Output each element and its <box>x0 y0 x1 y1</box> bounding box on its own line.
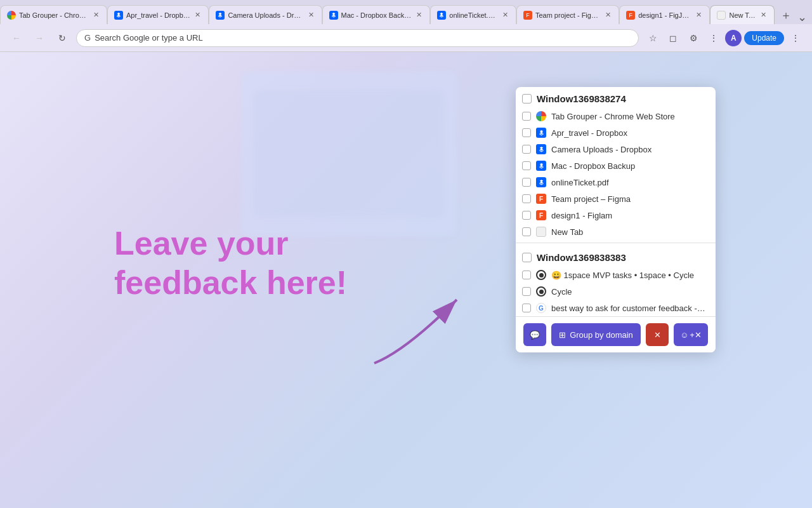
tab-tab2[interactable]: Apr_travel - Dropbox ✕ <box>107 5 209 24</box>
add-button[interactable]: ☺ +✕ <box>674 323 708 346</box>
browser-shell: Tab Grouper - Chrome ✕ Apr_travel - Drop… <box>0 0 812 508</box>
tab-close-tab1[interactable]: ✕ <box>92 10 100 20</box>
checkbox-w1-1[interactable] <box>522 128 531 137</box>
favicon-w1-7 <box>536 227 546 237</box>
window2-header: Window1369838383 <box>516 246 716 267</box>
tab-item-w2-0[interactable]: 😀 1space MVP tasks • 1space • Cycle <box>516 267 716 283</box>
tab-close-tab4[interactable]: ✕ <box>415 10 423 20</box>
feedback-line2: feedback here! <box>114 263 347 302</box>
popup-panel: Window1369838274 Tab Grouper - Chrome We… <box>516 87 716 352</box>
tab-item-w1-4[interactable]: onlineTicket.pdf <box>516 174 716 190</box>
tab-close-tab7[interactable]: ✕ <box>695 10 703 20</box>
add-icon: ☺ <box>680 330 688 340</box>
user-avatar[interactable]: A <box>725 30 742 46</box>
tab-tab3[interactable]: Camera Uploads - Dro... ✕ <box>209 5 322 24</box>
checkbox-w1-7[interactable] <box>522 227 531 236</box>
checkbox-w1-2[interactable] <box>522 145 531 154</box>
tab-favicon-tab2 <box>114 11 123 20</box>
toolbar-icons: ☆ ◻ ⚙ ⋮ A Update ⋮ <box>644 29 804 47</box>
tab-title-tab3: Camera Uploads - Dro... <box>228 11 303 19</box>
profile-icon[interactable]: ◻ <box>664 29 682 47</box>
action-bar: 💬 ⊞ Group by domain ✕ ☺ +✕ <box>516 316 716 352</box>
label-w2-1: Cycle <box>551 287 707 297</box>
reload-button[interactable]: ↻ <box>53 29 71 47</box>
tab-title-tab1: Tab Grouper - Chrome <box>19 11 89 19</box>
label-w1-7: New Tab <box>551 227 707 237</box>
forward-button[interactable]: → <box>30 29 48 47</box>
tab-favicon-tab1 <box>7 11 16 20</box>
more-icon[interactable]: ⋮ <box>705 29 723 47</box>
update-button[interactable]: Update <box>744 31 784 45</box>
tab-item-w1-7[interactable]: New Tab <box>516 224 716 240</box>
checkbox-w1-3[interactable] <box>522 161 531 170</box>
tab-item-w1-1[interactable]: Apr_travel - Dropbox <box>516 124 716 141</box>
chat-button[interactable]: 💬 <box>523 323 546 346</box>
tab-close-tab8[interactable]: ✕ <box>759 10 768 20</box>
tab-close-tab2[interactable]: ✕ <box>193 10 202 20</box>
checkbox-w2-0[interactable] <box>522 271 531 279</box>
tab-item-w1-6[interactable]: F design1 - Figlam <box>516 207 716 224</box>
checkbox-w1-4[interactable] <box>522 178 531 187</box>
tab-item-w1-3[interactable]: Mac - Dropbox Backup <box>516 157 716 174</box>
feedback-text: Leave your feedback here! <box>114 224 347 303</box>
favicon-w2-0 <box>536 270 546 280</box>
window1-section: Window1369838274 Tab Grouper - Chrome We… <box>516 87 716 240</box>
tab-item-w1-0[interactable]: Tab Grouper - Chrome Web Store <box>516 108 716 124</box>
favicon-w1-4 <box>536 177 546 187</box>
back-button[interactable]: ← <box>8 29 25 47</box>
section-divider <box>516 243 716 243</box>
tab-list-icon[interactable]: ⌄ <box>797 10 807 24</box>
tab-tab6[interactable]: F Team project - Figma ✕ <box>516 5 619 24</box>
tab-close-tab6[interactable]: ✕ <box>604 10 612 20</box>
label-w1-3: Mac - Dropbox Backup <box>551 161 707 171</box>
tab-title-tab5: onlineTicket.pdf <box>449 11 498 19</box>
checkbox-w1-6[interactable] <box>522 211 531 220</box>
plus-icon: +✕ <box>690 330 702 340</box>
tab-title-tab8: New Tab <box>729 11 756 19</box>
group-by-domain-label: Group by domain <box>570 330 633 340</box>
close-button[interactable]: ✕ <box>646 323 669 346</box>
main-content: Leave your feedback here! Window13698382… <box>0 52 812 508</box>
tab-item-w2-1[interactable]: Cycle <box>516 283 716 300</box>
tab-title-tab6: Team project - Figma <box>535 11 601 19</box>
checkbox-w2-2[interactable] <box>522 304 531 312</box>
group-by-domain-button[interactable]: ⊞ Group by domain <box>551 323 641 346</box>
extension-icon[interactable]: ⚙ <box>684 29 702 47</box>
window2-section: Window1369838383 😀 1space MVP tasks • 1s… <box>516 246 716 316</box>
tab-favicon-tab7: F <box>626 11 635 20</box>
favicon-w1-6: F <box>536 210 546 220</box>
tab-tab7[interactable]: F design1 - FigJam ✕ <box>619 5 710 24</box>
bookmark-icon[interactable]: ☆ <box>644 29 662 47</box>
label-w1-1: Apr_travel - Dropbox <box>551 128 707 138</box>
checkbox-w1-0[interactable] <box>522 112 531 121</box>
tab-item-w2-2[interactable]: G best way to ask for customer feedback … <box>516 300 716 316</box>
tab-favicon-tab8 <box>717 11 726 20</box>
group-icon: ⊞ <box>559 330 566 340</box>
chrome-menu-icon[interactable]: ⋮ <box>787 29 804 47</box>
window1-header: Window1369838274 <box>516 87 716 108</box>
checkbox-w1-5[interactable] <box>522 194 531 203</box>
label-w2-0: 😀 1space MVP tasks • 1space • Cycle <box>551 271 707 280</box>
feedback-line1: Leave your <box>114 224 347 263</box>
tab-favicon-tab3 <box>216 11 225 20</box>
window2-checkbox[interactable] <box>522 253 532 262</box>
tab-favicon-tab6: F <box>523 11 532 20</box>
tab-tab1[interactable]: Tab Grouper - Chrome ✕ <box>0 5 107 24</box>
window1-title: Window1369838274 <box>537 93 626 104</box>
tab-favicon-tab5 <box>437 11 446 20</box>
window1-checkbox[interactable] <box>522 94 532 104</box>
tab-tab4[interactable]: Mac - Dropbox Backup ✕ <box>322 5 431 24</box>
tab-close-tab5[interactable]: ✕ <box>501 10 509 20</box>
tab-close-tab3[interactable]: ✕ <box>307 10 315 20</box>
address-bar[interactable]: G Search Google or type a URL <box>76 29 639 47</box>
tab-title-tab2: Apr_travel - Dropbox <box>126 11 190 19</box>
new-tab-button[interactable]: ＋ <box>777 6 795 24</box>
close-icon: ✕ <box>654 330 661 340</box>
tab-tab5[interactable]: onlineTicket.pdf ✕ <box>430 5 516 24</box>
tab-tab8[interactable]: New Tab ✕ <box>710 5 775 24</box>
tab-item-w1-5[interactable]: F Team project – Figma <box>516 190 716 207</box>
tab-item-w1-2[interactable]: Camera Uploads - Dropbox <box>516 141 716 157</box>
checkbox-w2-1[interactable] <box>522 287 531 296</box>
omnibar: ← → ↻ G Search Google or type a URL ☆ ◻ … <box>0 24 812 52</box>
label-w1-5: Team project – Figma <box>551 194 707 204</box>
